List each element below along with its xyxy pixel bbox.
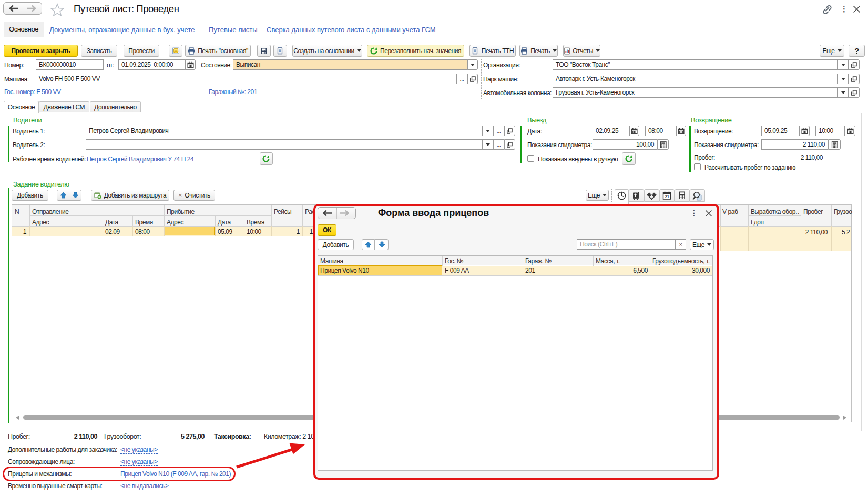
- svg-text:21: 21: [665, 194, 670, 199]
